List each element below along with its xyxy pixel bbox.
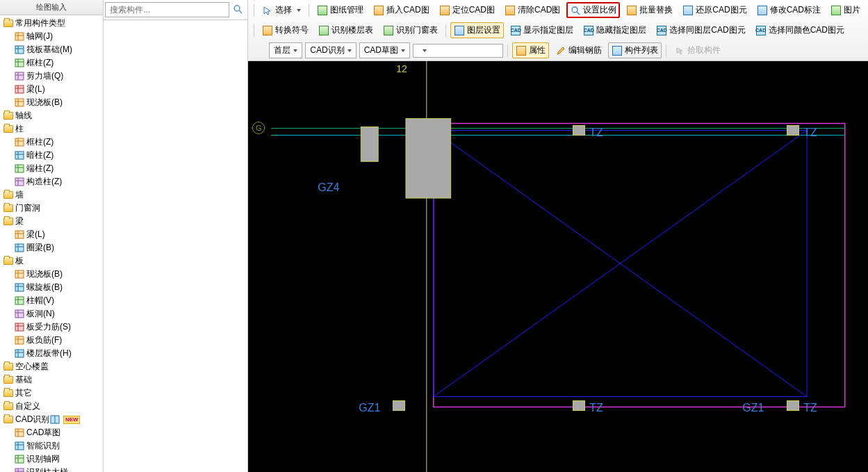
tree-group[interactable]: 门窗洞 xyxy=(0,202,103,215)
tree-group[interactable]: 板 xyxy=(0,254,103,268)
tree-group[interactable]: 梁 xyxy=(0,215,103,228)
tree-group[interactable]: 轴线 xyxy=(0,109,103,122)
tree-item[interactable]: 柱帽(V) xyxy=(0,294,103,307)
leaf-icon xyxy=(14,270,25,279)
tree-item[interactable]: 框柱(Z) xyxy=(0,136,103,149)
cadcaotu-dropdown[interactable]: CAD草图 xyxy=(359,42,410,58)
tree-label: 暗柱(Z) xyxy=(26,149,54,161)
plan-svg xyxy=(248,61,868,472)
tree-label: 空心楼盖 xyxy=(15,361,49,373)
tree-item[interactable]: 梁(L) xyxy=(0,228,103,241)
tree-item[interactable]: 螺旋板(B) xyxy=(0,281,103,294)
convert-icon xyxy=(262,25,273,36)
svg-rect-15 xyxy=(15,99,24,106)
svg-rect-12 xyxy=(15,86,24,93)
tree-item[interactable]: 筏板基础(M) xyxy=(0,43,103,56)
shezhibili-button[interactable]: 设置比例 xyxy=(566,2,620,18)
tree-label: 板洞(N) xyxy=(26,308,55,320)
piliangtihuan-button[interactable]: 批量替换 xyxy=(623,2,676,18)
cad-icon: CAD xyxy=(583,25,594,36)
dingwei-button[interactable]: 定位CAD图 xyxy=(436,2,498,18)
tree-label: 其它 xyxy=(15,387,32,399)
tree-label: CAD草图 xyxy=(26,427,60,439)
leaf-icon xyxy=(14,296,25,306)
tree-item[interactable]: 识别轴网 xyxy=(0,453,103,466)
tree-item[interactable]: 端柱(Z) xyxy=(0,162,103,175)
chevron-down-icon xyxy=(423,49,427,52)
tree-group[interactable]: 墙 xyxy=(0,188,103,202)
column-rect xyxy=(787,400,799,411)
leaf-icon xyxy=(14,177,25,187)
column-rect xyxy=(787,125,799,136)
bianji-button[interactable]: 编辑钢筋 xyxy=(552,42,605,58)
huanyuan-button[interactable]: 还原CAD图元 xyxy=(679,2,750,18)
empty-dropdown[interactable] xyxy=(413,44,503,58)
tree-label: 识别轴网 xyxy=(26,453,60,465)
tree-group[interactable]: CAD识别NEW xyxy=(0,413,103,426)
svg-rect-62 xyxy=(15,442,24,450)
tree-item[interactable]: 板受力筋(S) xyxy=(0,320,103,334)
shibiemenchuang-button[interactable]: 识别门窗表 xyxy=(379,22,441,38)
tree-label: 框柱(Z) xyxy=(26,57,54,69)
tree-label: 现浇板(B) xyxy=(26,268,63,280)
goujian-button[interactable]: 构件列表 xyxy=(608,42,662,58)
tupian-button[interactable]: 图片 xyxy=(827,2,864,18)
tree-item[interactable]: 构造柱(Z) xyxy=(0,175,103,188)
svg-rect-39 xyxy=(15,284,24,291)
cad-icon: CAD xyxy=(656,25,667,36)
tree-root[interactable]: 常用构件类型 xyxy=(0,17,103,30)
tree-label: 梁(L) xyxy=(26,229,45,241)
tree-item[interactable]: 暗柱(Z) xyxy=(0,149,103,162)
property-icon xyxy=(516,45,527,56)
tree-group[interactable]: 其它 xyxy=(0,386,103,400)
tree-item[interactable]: 识别柱大样 xyxy=(0,466,103,472)
leaf-icon xyxy=(14,58,25,68)
tree-item[interactable]: 现浇板(B) xyxy=(0,96,103,109)
cadshibie-dropdown[interactable]: CAD识别 xyxy=(305,42,356,58)
tuzhiguanli-button[interactable]: 图纸管理 xyxy=(313,2,367,18)
leaf-icon xyxy=(14,336,25,345)
search-button[interactable] xyxy=(229,1,246,18)
tree-item[interactable]: CAD草图 xyxy=(0,426,103,439)
shibielouceng-button[interactable]: 识别楼层表 xyxy=(315,22,377,38)
cad-canvas[interactable]: G 12 GZ4 GZ1 GZ1 TZ TZ TZ TZ xyxy=(248,61,868,472)
tree-item[interactable]: 板洞(N) xyxy=(0,307,103,320)
tree-group[interactable]: 柱 xyxy=(0,122,103,136)
tree-item[interactable]: 梁(L) xyxy=(0,83,103,96)
tree-item[interactable]: 现浇板(B) xyxy=(0,268,103,281)
floor-dropdown[interactable]: 首层 xyxy=(269,42,302,58)
search-input[interactable] xyxy=(105,2,229,17)
tree-label: 剪力墙(Q) xyxy=(26,70,63,82)
shuxing-button[interactable]: 属性 xyxy=(512,42,549,58)
charu-button[interactable]: 插入CAD图 xyxy=(370,2,432,18)
svg-rect-97 xyxy=(406,119,451,198)
tree-item[interactable]: 智能识别 xyxy=(0,439,103,453)
yincang-button[interactable]: CAD隐藏指定图层 xyxy=(580,22,650,38)
xianshi-button[interactable]: CAD显示指定图层 xyxy=(507,22,577,38)
tree-item[interactable]: 板负筋(F) xyxy=(0,334,103,347)
tree-label: 螺旋板(B) xyxy=(26,282,63,293)
select-button[interactable]: 选择 xyxy=(259,2,304,18)
folder-icon xyxy=(3,124,14,134)
cad-icon: CAD xyxy=(510,25,521,36)
tree-group[interactable]: 基础 xyxy=(0,373,103,386)
svg-rect-33 xyxy=(15,244,24,252)
tree-item[interactable]: 剪力墙(Q) xyxy=(0,70,103,83)
svg-rect-27 xyxy=(15,178,24,186)
tree-item[interactable]: 轴网(J) xyxy=(0,30,103,43)
xuanzetong-button[interactable]: CAD选择同图层CAD图元 xyxy=(653,22,748,38)
chevron-down-icon xyxy=(347,49,352,52)
tucengshezhi-button[interactable]: 图层设置 xyxy=(450,22,504,38)
svg-rect-51 xyxy=(15,336,24,344)
zhuanhuan-button[interactable]: 转换符号 xyxy=(259,22,312,38)
book-icon xyxy=(49,415,60,425)
tree-item[interactable]: 圈梁(B) xyxy=(0,241,103,254)
tree-group[interactable]: 自定义 xyxy=(0,400,103,413)
xiugai-button[interactable]: 修改CAD标注 xyxy=(753,2,824,18)
tree-item[interactable]: 楼层板带(H) xyxy=(0,347,103,360)
tree-group[interactable]: 空心楼盖 xyxy=(0,360,103,373)
qingchu-button[interactable]: 清除CAD图 xyxy=(501,2,564,18)
tree-item[interactable]: 框柱(Z) xyxy=(0,56,103,70)
xuanzetongyanse-button[interactable]: CAD选择同颜色CAD图元 xyxy=(752,22,848,38)
new-badge: NEW xyxy=(63,416,80,424)
